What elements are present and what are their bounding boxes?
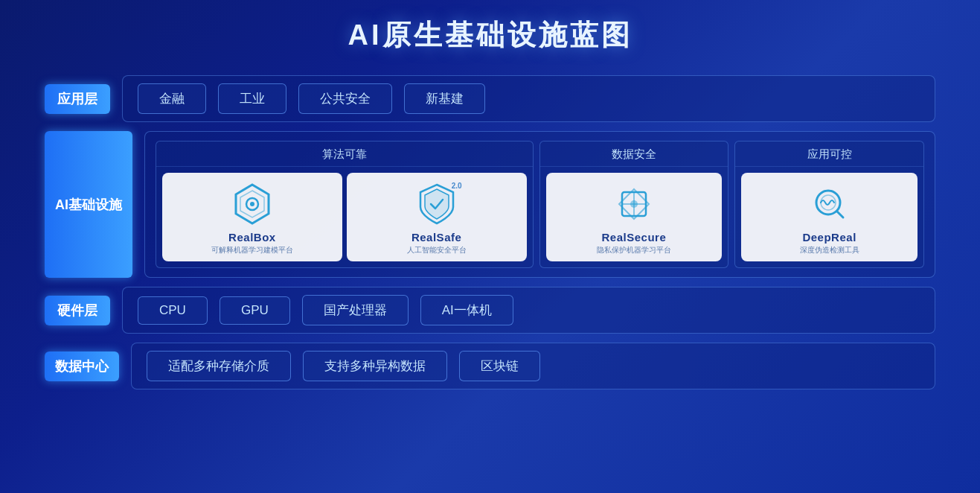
tag-industry: 工业: [218, 83, 286, 114]
realbox-sub: 可解释机器学习建模平台: [211, 245, 293, 255]
tag-cpu: CPU: [138, 296, 208, 325]
tag-security: 公共安全: [298, 83, 392, 114]
datacenter-label: 数据中心: [45, 352, 119, 381]
group-data-security-header: 数据安全: [540, 141, 728, 167]
realsecure-sub: 隐私保护机器学习平台: [597, 245, 671, 255]
svg-point-8: [630, 200, 638, 208]
hardware-layer-row: 硬件层 CPU GPU 国产处理器 AI一体机: [45, 287, 935, 334]
hardware-layer-label: 硬件层: [45, 296, 110, 325]
tag-heterogeneous: 支持多种异构数据: [303, 351, 447, 381]
group-app-control-header: 应用可控: [735, 141, 923, 167]
main-content: 应用层 金融 工业 公共安全 新基建 AI基础设施 算法可靠: [0, 60, 980, 397]
deepreal-name: DeepReal: [802, 231, 856, 244]
app-layer-panel: 金融 工业 公共安全 新基建: [122, 75, 935, 122]
hardware-layer-panel: CPU GPU 国产处理器 AI一体机: [122, 287, 935, 334]
datacenter-panel: 适配多种存储介质 支持多种异构数据 区块链: [131, 343, 935, 389]
tag-newinfra: 新基建: [404, 83, 485, 114]
group-data-security-cards: RealSecure 隐私保护机器学习平台: [540, 167, 728, 267]
svg-point-3: [250, 202, 254, 206]
group-app-control-cards: DeepReal 深度伪造检测工具: [735, 167, 923, 267]
tag-blockchain: 区块链: [459, 351, 540, 381]
svg-line-11: [837, 211, 843, 217]
product-realbox: RealBox 可解释机器学习建模平台: [162, 173, 342, 261]
realsafe-sub: 人工智能安全平台: [407, 245, 467, 255]
group-algorithm: 算法可靠 RealBox 可解释机器学习: [156, 141, 534, 268]
tag-ai-machine: AI一体机: [420, 295, 513, 325]
realbox-logo-icon: [230, 182, 275, 226]
realsecure-logo-icon: [612, 182, 656, 226]
ai-infra-row: AI基础设施 算法可靠: [45, 131, 935, 278]
realsafe-version: 2.0: [452, 182, 462, 190]
tag-storage: 适配多种存储介质: [147, 351, 291, 381]
realsecure-name: RealSecure: [602, 231, 667, 244]
product-deepreal: DeepReal 深度伪造检测工具: [741, 173, 917, 261]
ai-infra-panel: 算法可靠 RealBox 可解释机器学习: [144, 131, 935, 278]
group-algorithm-cards: RealBox 可解释机器学习建模平台: [156, 167, 533, 267]
product-realsafe: 2.0 RealSafe 人工智能安全平台: [347, 173, 527, 261]
app-layer-row: 应用层 金融 工业 公共安全 新基建: [45, 75, 935, 122]
ai-infra-inner: 算法可靠 RealBox 可解释机器学习: [156, 141, 924, 268]
datacenter-row: 数据中心 适配多种存储介质 支持多种异构数据 区块链: [45, 343, 935, 389]
app-layer-label: 应用层: [45, 84, 110, 114]
realbox-name: RealBox: [228, 231, 276, 244]
deepreal-logo-icon: [807, 182, 852, 226]
group-app-control: 应用可控: [734, 141, 924, 268]
group-data-security: 数据安全: [539, 141, 729, 268]
tag-gpu: GPU: [220, 296, 290, 325]
deepreal-sub: 深度伪造检测工具: [800, 245, 859, 255]
realsafe-name: RealSafe: [411, 231, 461, 244]
product-realsecure: RealSecure 隐私保护机器学习平台: [546, 173, 723, 261]
ai-infra-label: AI基础设施: [45, 131, 132, 278]
tag-domestic-chip: 国产处理器: [302, 295, 409, 325]
group-algorithm-header: 算法可靠: [156, 141, 533, 167]
page-title: AI原生基础设施蓝图: [0, 0, 980, 54]
tag-finance: 金融: [138, 83, 206, 114]
